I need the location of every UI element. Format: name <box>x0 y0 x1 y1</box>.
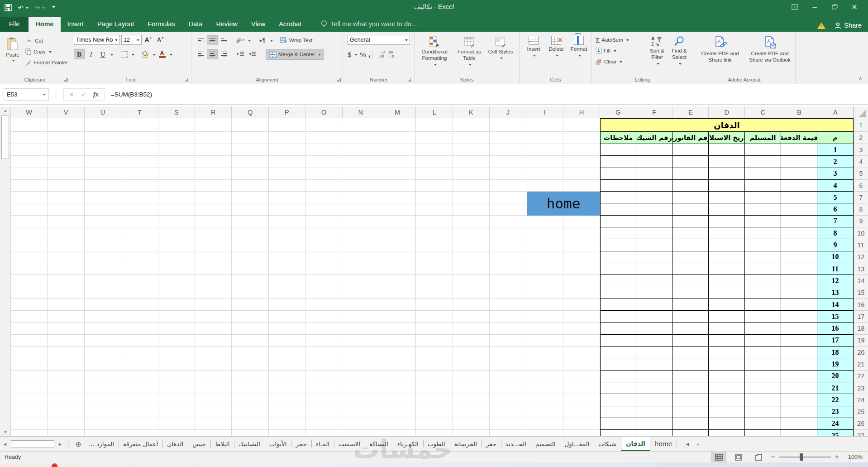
share-button[interactable]: Share <box>835 22 862 29</box>
cell-empty[interactable] <box>195 132 232 144</box>
cell-empty[interactable] <box>526 418 563 430</box>
cell-empty[interactable] <box>416 382 453 394</box>
cell-empty[interactable] <box>563 394 600 406</box>
cell-empty[interactable] <box>305 263 342 275</box>
formula-bar-splitter[interactable]: ⋮ <box>53 91 59 98</box>
cell-empty[interactable] <box>11 227 48 239</box>
cell-empty[interactable] <box>526 275 563 287</box>
cell-empty[interactable] <box>379 299 416 311</box>
table-data-cell[interactable] <box>636 251 672 263</box>
zoom-out-icon[interactable]: − <box>771 453 775 461</box>
cell-empty[interactable] <box>85 239 121 251</box>
table-data-cell[interactable] <box>636 394 672 406</box>
column-header-I[interactable]: I <box>526 106 563 118</box>
cell-empty[interactable] <box>490 263 526 275</box>
table-data-cell[interactable] <box>636 418 672 430</box>
table-data-cell[interactable] <box>709 216 745 227</box>
cell-empty[interactable] <box>305 299 342 311</box>
cell-empty[interactable] <box>526 132 563 144</box>
cell-empty[interactable] <box>121 132 158 144</box>
row-header-1[interactable]: 1 <box>854 118 868 132</box>
cell-empty[interactable] <box>453 180 490 192</box>
cell-empty[interactable] <box>490 394 526 406</box>
cell-empty[interactable] <box>490 203 526 215</box>
format-cells-button[interactable]: ⟷ Format <box>568 34 590 75</box>
serial-number-cell[interactable]: 9 <box>817 239 854 251</box>
table-data-cell[interactable] <box>781 299 817 311</box>
cell-empty[interactable] <box>453 323 490 334</box>
cell-empty[interactable] <box>11 251 48 263</box>
minimize-button[interactable]: ─ <box>805 0 825 14</box>
table-data-cell[interactable] <box>781 418 817 430</box>
cell-empty[interactable] <box>11 275 48 287</box>
cell-empty[interactable] <box>490 311 526 323</box>
cell-empty[interactable] <box>121 156 158 168</box>
cell-empty[interactable] <box>305 358 342 370</box>
row-header-21[interactable]: 21 <box>854 358 868 370</box>
cell-empty[interactable] <box>85 203 121 215</box>
cell-empty[interactable] <box>526 180 563 192</box>
cell-empty[interactable] <box>416 323 453 334</box>
cell-empty[interactable] <box>121 239 158 251</box>
cell-empty[interactable] <box>563 323 600 334</box>
table-data-cell[interactable] <box>672 299 709 311</box>
cell-empty[interactable] <box>48 263 84 275</box>
cell-empty[interactable] <box>342 251 379 263</box>
table-data-cell[interactable] <box>781 227 817 239</box>
cell-empty[interactable] <box>48 371 84 382</box>
serial-number-cell[interactable]: 1 <box>817 144 854 156</box>
clipboard-dialog-launcher[interactable] <box>64 78 68 82</box>
cell-empty[interactable] <box>195 406 232 418</box>
tell-me-box[interactable]: Tell me what you want to do... <box>321 20 417 32</box>
cell-empty[interactable] <box>379 239 416 251</box>
table-data-cell[interactable] <box>781 371 817 382</box>
table-data-cell[interactable] <box>709 239 745 251</box>
table-data-cell[interactable] <box>600 430 636 436</box>
cell-empty[interactable] <box>158 132 195 144</box>
table-data-cell[interactable] <box>672 192 709 203</box>
cell-empty[interactable] <box>416 203 453 215</box>
grid-body[interactable]: الدفان1ملاحظاترقم الشيكرقم الفاتورةتاريخ… <box>11 118 868 436</box>
table-data-cell[interactable] <box>672 203 709 215</box>
cell-empty[interactable] <box>269 311 305 323</box>
cell-empty[interactable] <box>342 358 379 370</box>
cell-empty[interactable] <box>342 144 379 156</box>
cell-empty[interactable] <box>11 299 48 311</box>
cell-empty[interactable] <box>232 323 268 334</box>
cell-empty[interactable] <box>85 287 121 299</box>
cell-empty[interactable] <box>453 156 490 168</box>
cell-empty[interactable] <box>48 358 84 370</box>
page-layout-view-button[interactable] <box>731 452 746 462</box>
save-icon[interactable] <box>5 4 12 11</box>
cell-empty[interactable] <box>85 251 121 263</box>
cell-empty[interactable] <box>121 347 158 358</box>
table-data-cell[interactable] <box>745 287 781 299</box>
hscroll-left-icon[interactable]: ◄ <box>0 437 10 451</box>
find-select-button[interactable]: Find & Select <box>669 34 690 75</box>
cell-empty[interactable] <box>158 358 195 370</box>
cell-empty[interactable] <box>379 335 416 347</box>
font-color-button[interactable]: A <box>157 49 167 59</box>
cell-empty[interactable] <box>48 239 84 251</box>
cell-empty[interactable] <box>121 180 158 192</box>
cell-empty[interactable] <box>232 430 268 436</box>
table-data-cell[interactable] <box>781 311 817 323</box>
cell-empty[interactable] <box>195 203 232 215</box>
table-data-cell[interactable] <box>709 168 745 180</box>
cell-empty[interactable] <box>11 382 48 394</box>
cell-empty[interactable] <box>379 406 416 418</box>
cell-empty[interactable] <box>232 394 268 406</box>
cell-empty[interactable] <box>379 311 416 323</box>
borders-button[interactable] <box>119 49 129 59</box>
table-data-cell[interactable] <box>672 418 709 430</box>
table-data-cell[interactable] <box>745 371 781 382</box>
cell-empty[interactable] <box>490 251 526 263</box>
table-data-cell[interactable] <box>781 156 817 168</box>
table-data-cell[interactable] <box>636 203 672 215</box>
table-data-cell[interactable] <box>745 382 781 394</box>
cell-empty[interactable] <box>526 323 563 334</box>
name-box[interactable]: E53 <box>4 88 49 101</box>
table-data-cell[interactable] <box>709 382 745 394</box>
cell-empty[interactable] <box>11 418 48 430</box>
cell-empty[interactable] <box>563 216 600 227</box>
